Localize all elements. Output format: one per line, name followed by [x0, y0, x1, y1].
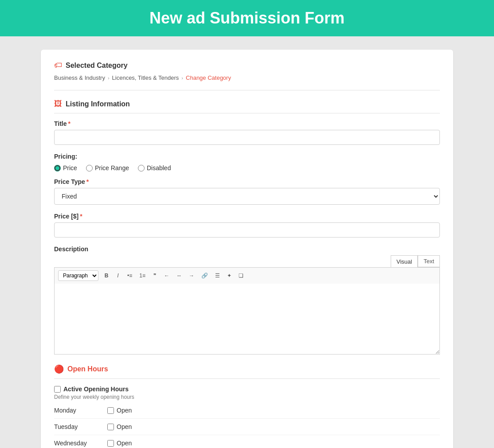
- chevron-icon-1: ›: [108, 75, 110, 81]
- price-radio-option[interactable]: Price: [54, 164, 77, 171]
- monday-label: Monday: [54, 407, 107, 414]
- divider-3: [54, 378, 440, 379]
- price-dollar-label: Price [$] *: [54, 213, 440, 220]
- active-opening-label: Active Opening Hours: [63, 386, 129, 393]
- chevron-icon-2: ›: [181, 75, 183, 81]
- price-type-field-group: Price Type * Fixed Negotiable Free: [54, 178, 440, 205]
- active-opening-checkbox-label[interactable]: Active Opening Hours: [54, 386, 440, 393]
- title-required-star: *: [68, 120, 71, 127]
- pricing-label: Pricing:: [54, 153, 440, 160]
- price-range-radio-option[interactable]: Price Range: [86, 164, 129, 171]
- define-text: Define your weekly opening hours: [54, 394, 440, 400]
- listing-information-section: 🖼 Listing Information Title * Pricing:: [54, 99, 440, 356]
- text-tab[interactable]: Text: [418, 255, 440, 267]
- image-icon: 🖼: [54, 99, 62, 109]
- pricing-radio-group: Price Price Range Disabled: [54, 164, 440, 171]
- title-label: Title *: [54, 120, 440, 127]
- price-type-required-star: *: [86, 178, 89, 185]
- blockquote-button[interactable]: ❞: [149, 271, 160, 280]
- description-section: Description Visual Text Paragraph Headin…: [54, 245, 440, 356]
- bold-button[interactable]: B: [101, 271, 112, 280]
- listing-info-header: 🖼 Listing Information: [54, 99, 440, 109]
- change-category-link[interactable]: Change Category: [186, 74, 231, 81]
- listing-info-title: Listing Information: [66, 100, 130, 108]
- align-left-button[interactable]: ←: [161, 271, 173, 280]
- selected-category-title: Selected Category: [66, 62, 128, 70]
- title-input[interactable]: [54, 130, 440, 145]
- wednesday-open-label[interactable]: Open: [107, 440, 132, 447]
- monday-row: Monday Open: [54, 402, 440, 419]
- tuesday-open-checkbox[interactable]: [107, 424, 114, 430]
- fullscreen-button[interactable]: ✦: [224, 271, 235, 280]
- breadcrumb-part1: Business & Industry: [54, 74, 105, 81]
- price-dollar-input[interactable]: [54, 222, 440, 238]
- disabled-radio[interactable]: [138, 165, 145, 171]
- grid-button[interactable]: ❏: [235, 271, 247, 280]
- unordered-list-button[interactable]: •≡: [124, 271, 135, 280]
- open-hours-section: 🔴 Open Hours Active Opening Hours Define…: [54, 364, 440, 448]
- italic-button[interactable]: I: [113, 271, 123, 280]
- clock-icon: 🔴: [54, 364, 64, 374]
- form-card: 🏷 Selected Category Business & Industry …: [41, 50, 453, 448]
- pricing-section: Pricing: Price Price Range Disabled: [54, 153, 440, 238]
- price-type-label: Price Type *: [54, 178, 440, 185]
- wednesday-open-checkbox[interactable]: [107, 440, 114, 447]
- open-hours-title: Open Hours: [67, 365, 108, 373]
- open-hours-header: 🔴 Open Hours: [54, 364, 440, 374]
- tag-icon: 🏷: [54, 61, 62, 70]
- visual-tab[interactable]: Visual: [391, 255, 418, 267]
- page-title: New ad Submission Form: [0, 9, 494, 27]
- price-radio[interactable]: [54, 165, 61, 171]
- page-header: New ad Submission Form: [0, 0, 494, 36]
- monday-open-checkbox[interactable]: [107, 407, 114, 414]
- wednesday-row: Wednesday Open: [54, 435, 440, 448]
- divider-1: [54, 90, 440, 90]
- breadcrumb-part2: Licences, Titles & Tenders: [112, 74, 179, 81]
- selected-category-header: 🏷 Selected Category: [54, 61, 440, 70]
- link-button[interactable]: 🔗: [198, 271, 211, 280]
- price-range-radio[interactable]: [86, 165, 93, 171]
- page-body: 🏷 Selected Category Business & Industry …: [0, 36, 494, 448]
- editor-toolbar: Paragraph Heading 1 Heading 2 Heading 3 …: [54, 267, 440, 284]
- paragraph-select[interactable]: Paragraph Heading 1 Heading 2 Heading 3: [58, 270, 98, 281]
- disabled-radio-option[interactable]: Disabled: [138, 164, 171, 171]
- price-type-select[interactable]: Fixed Negotiable Free: [54, 188, 440, 205]
- wednesday-label: Wednesday: [54, 440, 107, 447]
- monday-open-label[interactable]: Open: [107, 407, 132, 414]
- breadcrumb: Business & Industry › Licences, Titles &…: [54, 74, 440, 81]
- align-right-button[interactable]: →: [186, 271, 197, 280]
- price-dollar-field-group: Price [$] *: [54, 213, 440, 238]
- table-button[interactable]: ☰: [212, 271, 223, 280]
- align-center-button[interactable]: ↔: [173, 271, 185, 280]
- active-opening-checkbox[interactable]: [54, 386, 61, 393]
- ordered-list-button[interactable]: 1≡: [136, 271, 149, 280]
- active-opening-row: Active Opening Hours Define your weekly …: [54, 386, 440, 400]
- title-field-group: Title *: [54, 120, 440, 145]
- divider-2: [54, 113, 440, 113]
- price-dollar-required-star: *: [80, 213, 82, 220]
- tuesday-open-label[interactable]: Open: [107, 423, 132, 430]
- tuesday-label: Tuesday: [54, 423, 107, 430]
- description-editor[interactable]: [54, 284, 440, 355]
- description-label: Description: [54, 245, 440, 253]
- tuesday-row: Tuesday Open: [54, 419, 440, 435]
